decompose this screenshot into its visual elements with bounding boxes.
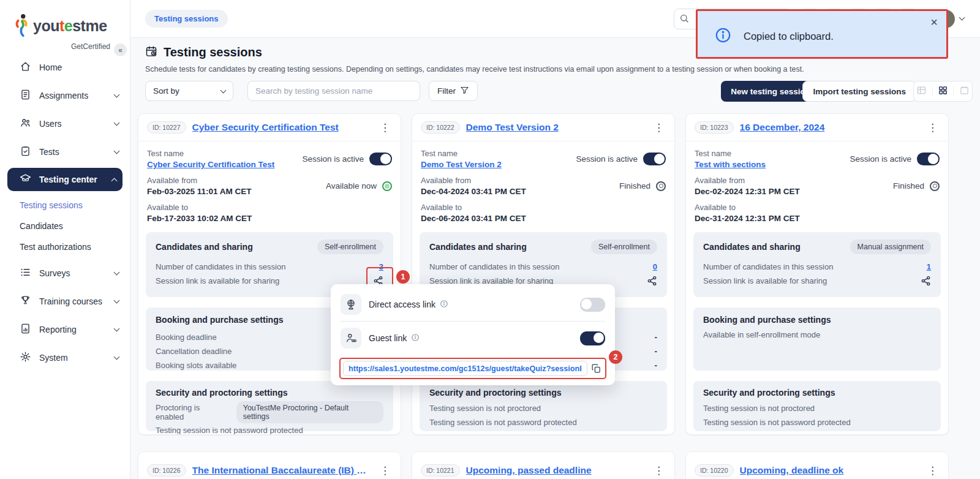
- kebab-menu-icon[interactable]: ⋮: [378, 121, 392, 134]
- chevron-down-icon: [114, 120, 120, 126]
- available-from-label: Available from: [147, 176, 252, 185]
- brand-wordmark: youtestme: [33, 18, 107, 34]
- sidebar-item-testing-center[interactable]: Testing center: [7, 168, 123, 191]
- chevron-down-icon: [114, 270, 120, 276]
- candidates-count-link[interactable]: 1: [927, 262, 931, 271]
- funnel-icon: [460, 86, 469, 97]
- session-id-badge: ID: 10220: [695, 464, 734, 477]
- test-name-link[interactable]: Test with sections: [695, 160, 766, 169]
- report-icon: [20, 323, 31, 336]
- session-title-link[interactable]: Upcoming, passed deadline: [466, 465, 646, 476]
- candidates-count-link[interactable]: 0: [653, 262, 657, 271]
- info-icon[interactable]: [440, 300, 448, 310]
- enrollment-mode-badge: Self-enrollment: [591, 240, 657, 254]
- tests-icon: [20, 145, 31, 159]
- chevron-down-icon: [221, 87, 227, 93]
- session-card-10221: ID: 10221 Upcoming, passed deadline ⋮: [412, 451, 675, 479]
- annotation-step-1: 1: [396, 270, 410, 284]
- session-active-toggle[interactable]: [643, 153, 666, 165]
- filter-button[interactable]: Filter: [429, 81, 478, 101]
- guest-link-url-input[interactable]: [343, 361, 587, 376]
- session-title-link[interactable]: Upcoming, deadline ok: [740, 465, 919, 476]
- kebab-menu-icon[interactable]: ⋮: [925, 121, 940, 134]
- session-title-link[interactable]: 16 December, 2024: [740, 122, 919, 133]
- session-title-link[interactable]: The International Baccalaureate (IB) Ext…: [192, 465, 372, 476]
- session-active-toggle[interactable]: [917, 153, 940, 165]
- page-subtitle: Schedule tests for candidates by creatin…: [145, 65, 804, 74]
- proctoring-status: Testing session is not proctored: [703, 404, 815, 413]
- guest-link-row: Guest link: [331, 323, 615, 353]
- trophy-icon: [20, 295, 31, 308]
- copy-icon[interactable]: [591, 363, 601, 374]
- share-icon[interactable]: [647, 276, 657, 286]
- status-label: Available now: [326, 181, 377, 190]
- info-icon[interactable]: [411, 333, 420, 344]
- session-title-link[interactable]: Demo Test Version 2: [466, 122, 646, 133]
- brand-subtitle: GetCertified: [13, 42, 110, 51]
- toast-message: Copied to clipboard.: [744, 31, 834, 42]
- session-card-10222: ID: 10222 Demo Test Version 2 ⋮ Test nam…: [412, 113, 675, 435]
- chevron-down-icon: [114, 92, 120, 98]
- session-search-input[interactable]: [255, 86, 412, 96]
- session-search[interactable]: [247, 81, 420, 101]
- kebab-menu-icon[interactable]: ⋮: [652, 464, 666, 477]
- direct-access-toggle[interactable]: [580, 298, 605, 312]
- search-icon: [679, 13, 689, 25]
- guest-link-url-box: [339, 358, 606, 379]
- proctoring-status: Testing session is not proctored: [429, 404, 541, 413]
- surveys-icon: [20, 266, 31, 280]
- sidebar-item-tests[interactable]: Tests: [0, 140, 130, 164]
- candidates-count-link[interactable]: 3: [379, 262, 383, 271]
- sidebar-collapse-button[interactable]: «: [114, 43, 127, 56]
- sidebar-item-assignments[interactable]: Assignments: [0, 83, 130, 108]
- test-name-label: Test name: [147, 149, 274, 158]
- password-status: Testing session is not password protecte…: [703, 418, 851, 427]
- grid-view-icon[interactable]: [938, 85, 948, 97]
- sidebar-subitem-testing-sessions[interactable]: Testing sessions: [0, 195, 130, 216]
- status-available-icon: [382, 181, 392, 191]
- sidebar-item-reporting[interactable]: Reporting: [0, 317, 130, 342]
- session-active-toggle[interactable]: [369, 153, 392, 165]
- security-section-title: Security and proctoring settings: [156, 388, 287, 398]
- calendar-clock-icon: [145, 45, 157, 59]
- booking-section-title: Booking and purchase settings: [156, 315, 283, 325]
- sidebar-item-users[interactable]: Users: [0, 111, 130, 136]
- available-to-value: Feb-17-2033 10:02 AM CET: [147, 214, 252, 223]
- available-from-value: Feb-03-2025 11:01 AM CET: [147, 187, 252, 196]
- sidebar-subitem-candidates[interactable]: Candidates: [0, 216, 130, 236]
- table-view-icon[interactable]: [916, 85, 927, 97]
- kebab-menu-icon[interactable]: ⋮: [925, 464, 940, 477]
- sidebar-item-home[interactable]: Home: [0, 55, 130, 80]
- page-title: Testing sessions: [164, 45, 262, 59]
- sidebar-subitem-test-authorizations[interactable]: Test authorizations: [0, 236, 130, 257]
- share-icon[interactable]: [921, 276, 931, 286]
- guest-link-toggle[interactable]: [580, 331, 605, 345]
- info-icon: [715, 27, 731, 45]
- session-title-link[interactable]: Cyber Security Certification Test: [192, 122, 372, 133]
- import-testing-sessions-button[interactable]: Import testing sessions: [802, 81, 916, 102]
- sidebar: youtestme GetCertified « Home Assignment…: [0, 0, 130, 479]
- kebab-menu-icon[interactable]: ⋮: [378, 464, 392, 477]
- chevron-down-icon[interactable]: [959, 15, 965, 21]
- sidebar-item-training-courses[interactable]: Training courses: [0, 289, 130, 314]
- kebab-menu-icon[interactable]: ⋮: [652, 121, 666, 134]
- test-name-link[interactable]: Cyber Security Certification Test: [147, 160, 274, 169]
- sidebar-nav: Home Assignments Users Tests Testing cen…: [0, 55, 130, 370]
- sidebar-item-system[interactable]: System: [0, 345, 130, 370]
- session-id-badge: ID: 10223: [695, 121, 734, 134]
- test-name-link[interactable]: Demo Test Version 2: [421, 160, 502, 169]
- gear-icon: [20, 351, 31, 364]
- sort-by-dropdown[interactable]: Sort by: [145, 81, 233, 101]
- session-card-10226: ID: 10226 The International Baccalaureat…: [138, 451, 401, 479]
- close-icon[interactable]: ×: [930, 16, 938, 28]
- session-id-badge: ID: 10226: [147, 464, 186, 477]
- breadcrumb[interactable]: Testing sessions: [145, 10, 228, 28]
- users-icon: [20, 117, 31, 130]
- sidebar-item-surveys[interactable]: Surveys: [0, 261, 130, 285]
- calendar-view-icon[interactable]: [959, 85, 970, 97]
- session-card-10220: ID: 10220 Upcoming, deadline ok ⋮: [685, 451, 949, 479]
- chevron-down-icon: [114, 148, 120, 154]
- view-switcher: [913, 81, 973, 102]
- booking-note: Available in self-enrollment mode: [703, 330, 931, 339]
- direct-access-label: Direct access link: [369, 300, 435, 309]
